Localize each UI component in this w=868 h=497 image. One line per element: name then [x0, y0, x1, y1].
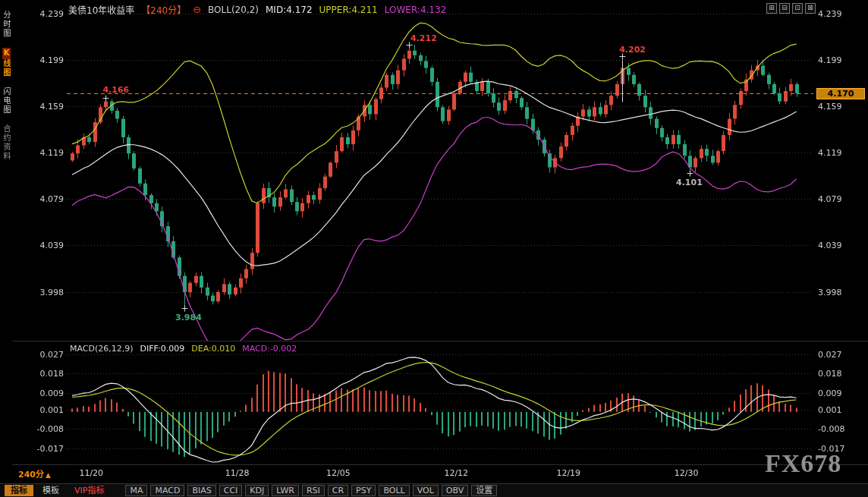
macd-axis-label: -0.008: [818, 424, 857, 434]
macd-axis-label: 0.009: [818, 388, 857, 398]
period-selector-label: 240分: [18, 470, 44, 480]
price-axis-label: 4.159: [29, 101, 64, 111]
macd-header: MACD(26,12,9) DIFF:0.009 DEA:0.010 MACD:…: [70, 344, 297, 354]
indicator-button-bias[interactable]: BIAS: [187, 485, 215, 496]
watermark: FX678: [765, 449, 841, 478]
active-tab-badge: K: [2, 48, 11, 59]
chart-type-sidebar: 分时图K线图闪电图合约资料: [0, 0, 12, 497]
macd-axis-label: -0.008: [29, 424, 64, 434]
price-axis-label: 4.119: [29, 147, 64, 157]
x-axis-label: 12/05: [326, 468, 351, 478]
indicator-button-kdj[interactable]: KDJ: [245, 485, 269, 496]
x-axis-label: 11/20: [79, 468, 103, 478]
price-axis-label: 3.998: [29, 288, 64, 297]
instrument-title: 美债10年收益率: [68, 3, 134, 16]
swing-label-3.984: 3.984: [175, 313, 202, 322]
boll-lower-value: LOWER:4.132: [385, 5, 447, 15]
macd-dea-value: DEA:0.010: [191, 344, 235, 354]
grid-rows-icon[interactable]: ⊟: [779, 3, 790, 14]
indicator-button-lwr[interactable]: LWR: [272, 485, 299, 496]
macd-axis-label: 0.001: [818, 405, 857, 415]
indicator-button-rsi[interactable]: RSI: [302, 485, 325, 496]
tab-templates[interactable]: 模板: [36, 485, 65, 496]
boll-upper-value: UPPER:4.211: [319, 5, 378, 15]
swing-label-4.202: 4.202: [619, 45, 646, 55]
indicator-button-cr[interactable]: CR: [328, 485, 348, 496]
indicator-button-vol[interactable]: VOL: [413, 485, 439, 496]
x-axis-label: 12/12: [444, 468, 468, 478]
boll-mid-value: MID:4.172: [266, 5, 313, 15]
layout-icon-group: ⊞⊟⊡⊠: [766, 3, 816, 14]
indicator-button-ma[interactable]: MA: [125, 485, 147, 496]
price-axis-label: 3.998: [818, 288, 857, 297]
indicator-button-macd[interactable]: MACD: [150, 485, 184, 496]
macd-axis-label: -0.017: [29, 443, 64, 453]
tab-vip-indicators[interactable]: VIP指标: [68, 485, 110, 496]
macd-axis-label: 0.027: [818, 350, 857, 360]
macd-bar-value: MACD:-0.002: [242, 344, 297, 354]
indicator-button-obv[interactable]: OBV: [442, 485, 468, 496]
macd-diff-value: DIFF:0.009: [140, 344, 185, 354]
indicator-button-cci[interactable]: CCI: [219, 485, 243, 496]
price-axis-label: 4.039: [818, 240, 857, 250]
trading-app-window: 分时图K线图闪电图合约资料 美债10年收益率 【240分】 ⊖ BOLL(20,…: [0, 0, 868, 497]
price-axis-label: 4.159: [818, 101, 857, 111]
grid-single-icon[interactable]: ⊡: [792, 3, 803, 14]
x-axis-label: 12/30: [675, 468, 699, 478]
sidebar-item-lightning-chart[interactable]: 闪电图: [1, 87, 11, 115]
chart-canvas[interactable]: [0, 0, 868, 497]
price-axis-label: 4.239: [29, 9, 64, 19]
sidebar-item-time-chart[interactable]: 分时图: [1, 11, 11, 38]
macd-axis-label: 0.027: [29, 350, 64, 360]
tab-indicators[interactable]: 指标: [5, 485, 33, 496]
sidebar-item-kline-chart[interactable]: K线图: [1, 48, 11, 77]
current-price-tag: 4.170: [816, 88, 865, 99]
collapse-icon[interactable]: ⊖: [193, 4, 201, 15]
sidebar-item-contract-info[interactable]: 合约资料: [1, 124, 11, 161]
price-axis-label: 4.119: [818, 147, 857, 157]
settings-button[interactable]: 设置: [471, 485, 497, 496]
price-axis-label: 4.199: [29, 55, 64, 64]
macd-axis-label: 0.018: [29, 369, 64, 379]
period-up-arrow-icon: ▲: [46, 471, 51, 479]
price-axis-label: 4.239: [818, 9, 857, 19]
indicator-toolbar: 指标模板VIP指标MAMACDBIASCCIKDJLWRRSICRPSYBOLL…: [0, 483, 868, 497]
macd-axis-label: 0.001: [29, 405, 64, 415]
price-axis-label: 4.199: [818, 55, 857, 64]
swing-label-4.166: 4.166: [102, 85, 129, 95]
period-tag: 【240分】: [141, 3, 186, 16]
indicator-button-boll[interactable]: BOLL: [379, 485, 409, 496]
grid-2x2-icon[interactable]: ⊞: [766, 3, 777, 14]
chart-header: 美债10年收益率 【240分】 ⊖ BOLL(20,2) MID:4.172 U…: [68, 3, 446, 16]
period-selector[interactable]: 240分▲: [18, 467, 51, 480]
x-axis-label: 12/19: [556, 468, 580, 478]
sidebar-item-label: 线图: [2, 59, 11, 77]
price-axis-label: 4.039: [29, 240, 64, 250]
macd-axis-label: 0.009: [29, 388, 64, 398]
price-axis-label: 4.079: [29, 193, 64, 203]
macd-axis-label: 0.018: [818, 369, 857, 379]
grid-quad-icon[interactable]: ⊠: [805, 3, 816, 14]
macd-params-label: MACD(26,12,9): [70, 344, 134, 354]
boll-params-label: BOLL(20,2): [208, 5, 259, 15]
price-axis-label: 4.079: [818, 193, 857, 203]
swing-label-4.101: 4.101: [676, 178, 703, 187]
swing-label-4.212: 4.212: [410, 33, 437, 43]
indicator-button-psy[interactable]: PSY: [351, 485, 376, 496]
x-axis-label: 11/28: [225, 468, 250, 478]
